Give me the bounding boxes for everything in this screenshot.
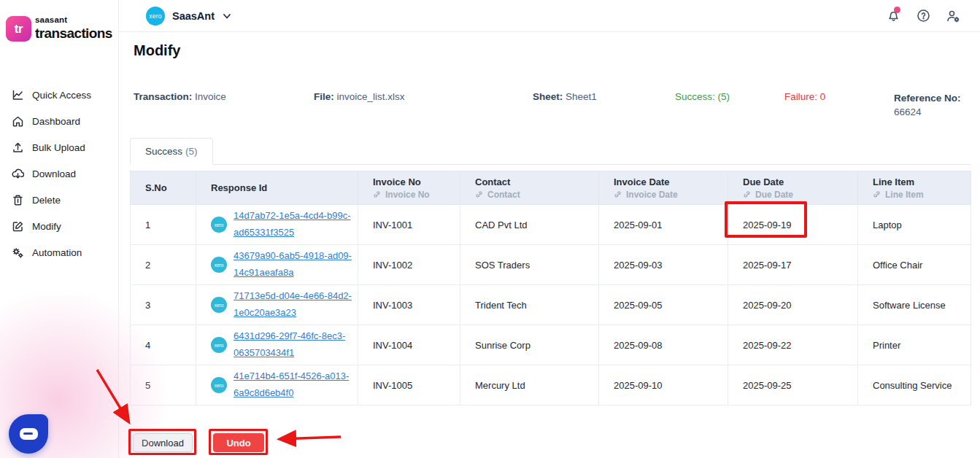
cell-due-date: 2025-09-22 <box>728 325 858 365</box>
cell-invoice-date: 2025-09-03 <box>599 245 728 285</box>
help-icon[interactable] <box>915 8 931 24</box>
cell-invoice-no: INV-1005 <box>358 365 460 405</box>
main-area: xero SaasAnt Modify Transaction: Invoice… <box>119 0 980 458</box>
cell-line-item: Office Chair <box>858 245 971 285</box>
notifications-bell-icon[interactable] <box>885 8 901 24</box>
chart-line-icon <box>11 88 24 101</box>
xero-icon: xero <box>211 377 227 393</box>
brand-logo[interactable]: tr saasant transactions <box>6 16 112 42</box>
response-id-link[interactable]: 41e714b4-651f-4526-a013-6a9c8d6eb4f0 <box>234 368 358 402</box>
cell-contact: Mercury Ltd <box>460 365 599 405</box>
chat-widget-button[interactable] <box>9 414 48 454</box>
chat-icon <box>20 428 38 440</box>
col-header-response-id: Response Id <box>196 171 358 205</box>
sidebar-item-automation[interactable]: Automation <box>0 239 118 265</box>
response-id-link[interactable]: 43679a90-6ab5-4918-ad09-14c91aeafa8a <box>234 248 358 282</box>
topbar: xero SaasAnt <box>119 0 980 32</box>
success-label: Success: <box>675 91 715 102</box>
sidebar-item-label: Automation <box>32 247 82 258</box>
sidebar-item-label: Dashboard <box>32 116 80 127</box>
col-header-invoice-no: Invoice No Invoice No <box>358 171 460 205</box>
cell-due-date: 2025-09-25 <box>728 365 858 405</box>
cell-invoice-date: 2025-09-08 <box>599 325 728 365</box>
xero-icon: xero <box>211 297 227 313</box>
chevron-down-icon[interactable] <box>222 11 232 21</box>
table-row: 3 xero71713e5d-d04e-4e66-84d2-1e0c20ae3a… <box>131 285 971 325</box>
col-header-invoice-date: Invoice Date Invoice Date <box>599 171 728 205</box>
reference-value: 66624 <box>894 106 922 117</box>
cell-invoice-no: INV-1001 <box>358 205 460 245</box>
sidebar-item-bulk-upload[interactable]: Bulk Upload <box>0 134 118 160</box>
sidebar-item-label: Download <box>32 168 76 179</box>
brand-badge-icon: tr <box>6 16 31 42</box>
failure-count: 0 <box>820 91 826 102</box>
sidebar-item-dashboard[interactable]: Dashboard <box>0 108 118 134</box>
tab-strip: Success (5) <box>130 138 971 165</box>
sidebar-item-modify[interactable]: Modify <box>0 213 118 239</box>
tab-success[interactable]: Success (5) <box>130 138 213 165</box>
edit-icon <box>11 220 24 233</box>
cell-invoice-date: 2025-09-05 <box>599 285 728 325</box>
summary-reference: Reference No: 66624 <box>894 91 974 119</box>
response-id-link[interactable]: 71713e5d-d04e-4e66-84d2-1e0c20ae3a23 <box>234 288 358 322</box>
cell-invoice-no: INV-1002 <box>358 245 460 285</box>
undo-button[interactable]: Undo <box>213 433 264 452</box>
sidebar: tr saasant transactions Quick Access Das… <box>0 0 119 458</box>
col-header-sno: S.No <box>131 171 196 205</box>
page-title: Modify <box>134 42 180 59</box>
cell-contact: Sunrise Corp <box>460 325 599 365</box>
success-results-table: S.No Response Id Invoice No Invoice No C… <box>130 171 971 405</box>
table-row: 1 xero14d7ab72-1e5a-4cd4-b99c-ad65331f35… <box>131 205 971 245</box>
cell-due-date: 2025-09-19 <box>728 205 858 245</box>
sheet-label: Sheet: <box>533 91 563 102</box>
response-id-link[interactable]: 14d7ab72-1e5a-4cd4-b99c-ad65331f3525 <box>234 208 358 241</box>
cell-line-item: Software License <box>858 285 971 325</box>
sidebar-item-download[interactable]: Download <box>0 160 118 187</box>
xero-icon: xero <box>211 217 227 233</box>
file-value: invoice_list.xlsx <box>337 91 405 102</box>
sidebar-item-quick-access[interactable]: Quick Access <box>0 82 118 108</box>
upload-icon <box>11 141 24 154</box>
transaction-label: Transaction: <box>134 91 192 102</box>
cloud-download-icon <box>11 167 24 180</box>
sidebar-item-delete[interactable]: Delete <box>0 187 118 213</box>
link-icon <box>873 190 881 199</box>
file-label: File: <box>314 91 334 102</box>
brand-name-top: saasant <box>35 16 112 25</box>
brand-name-bottom: transactions <box>35 26 112 40</box>
home-icon <box>11 114 24 128</box>
cell-contact: Trident Tech <box>460 285 599 325</box>
xero-icon: xero <box>211 257 227 273</box>
summary-transaction: Transaction: Invoice <box>134 91 226 102</box>
xero-icon: xero <box>211 337 227 353</box>
cell-sno: 5 <box>131 365 196 405</box>
cell-invoice-no: INV-1003 <box>358 285 460 325</box>
cell-line-item: Printer <box>858 325 971 365</box>
col-header-line-item: Line Item Line Item <box>858 171 971 205</box>
cell-contact: CAD Pvt Ltd <box>460 205 599 245</box>
download-button[interactable]: Download <box>133 433 193 452</box>
sidebar-item-label: Bulk Upload <box>32 142 85 153</box>
cell-contact: SOS Traders <box>460 245 599 285</box>
link-icon <box>614 190 622 199</box>
table-header-row: S.No Response Id Invoice No Invoice No C… <box>131 171 971 205</box>
org-name: SaasAnt <box>172 10 215 22</box>
response-id-link[interactable]: 6431d296-29f7-46fc-8ec3-0635703434f1 <box>234 328 358 362</box>
cell-invoice-date: 2025-09-10 <box>599 365 728 405</box>
user-settings-icon[interactable] <box>945 8 961 24</box>
reference-label: Reference No: <box>894 93 961 104</box>
tab-success-count: (5) <box>185 146 198 157</box>
cell-line-item: Consulting Service <box>858 365 971 405</box>
cell-sno: 4 <box>131 325 196 365</box>
cell-line-item: Laptop <box>858 205 971 245</box>
cell-sno: 1 <box>131 205 196 245</box>
summary-sheet: Sheet: Sheet1 <box>533 91 597 102</box>
transaction-value: Invoice <box>195 91 226 102</box>
summary-file: File: invoice_list.xlsx <box>314 91 405 102</box>
gears-icon <box>11 246 24 259</box>
cell-invoice-date: 2025-09-01 <box>599 205 728 245</box>
sidebar-item-label: Modify <box>32 221 61 232</box>
sidebar-item-label: Quick Access <box>32 90 91 101</box>
sidebar-nav: Quick Access Dashboard Bulk Upload Downl… <box>0 82 118 265</box>
xero-logo-icon: xero <box>146 7 165 26</box>
